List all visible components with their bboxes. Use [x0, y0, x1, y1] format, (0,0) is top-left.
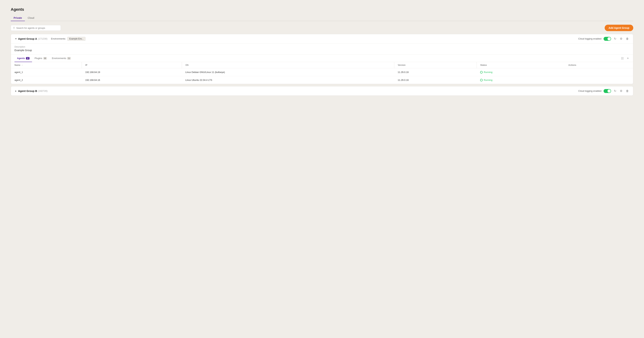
col-header-os: OS — [182, 62, 394, 68]
refresh-button-b[interactable]: ↻ — [613, 89, 617, 93]
collapse-group-a-button[interactable]: ▼ — [14, 37, 18, 40]
inner-tab-agents[interactable]: Agents 2 — [14, 55, 32, 62]
status-dot — [480, 79, 483, 81]
cloud-logging-toggle-a[interactable] — [604, 37, 611, 41]
inner-tabs: Agents 2 Plugins 0 Environments 1 ☷ + — [11, 54, 633, 62]
main-tabs: Private Cloud — [11, 15, 633, 21]
status-dot — [480, 71, 483, 74]
cloud-logging-label-a: Cloud logging enabled — [578, 38, 602, 40]
agent-1-version: 11.29.0.16 — [394, 68, 476, 76]
agent-1-name: agent_1 — [11, 68, 82, 76]
settings-button-a[interactable]: ⚙ — [619, 37, 623, 41]
agent-1-status: Running — [476, 68, 565, 76]
search-input[interactable] — [16, 27, 58, 29]
agent-1-actions — [565, 68, 633, 76]
agent-group-a-id: (171230) — [38, 38, 48, 40]
col-header-version: Version — [394, 62, 476, 68]
agent-group-b-actions: Cloud logging enabled ↻ ⚙ 🗑 — [578, 89, 630, 93]
agent-2-name: agent_2 — [11, 76, 82, 84]
plugins-count-badge: 0 — [43, 57, 47, 60]
agent-2-os: Linux Ubuntu 22.04.4 LTS — [182, 76, 394, 84]
environments-label: Environments: — [51, 38, 66, 40]
agent-group-a-name: Agent Group A — [18, 37, 37, 40]
agent-group-card-a: ▼ Agent Group A (171230) Environments: E… — [11, 34, 633, 84]
agent-2-actions — [565, 76, 633, 84]
description-value: Example Group — [14, 49, 630, 52]
agents-table: Name ↑ IP OS Version Status Actions — [11, 62, 633, 84]
cloud-logging-toggle-b[interactable] — [604, 89, 611, 93]
col-header-status: Status — [476, 62, 565, 68]
add-agent-button[interactable]: + — [626, 56, 630, 61]
agent-group-b-header: ► Agent Group B (192720) Cloud logging e… — [11, 86, 633, 96]
agent-group-a-actions: Cloud logging enabled ↻ ⚙ 🗑 — [578, 37, 630, 41]
agent-1-os: Linux Debian GNU/Linux 11 (bullseye) — [182, 68, 394, 76]
delete-button-a[interactable]: 🗑 — [625, 37, 630, 41]
environments-count-badge: 1 — [67, 57, 71, 60]
agent-group-card-b: ► Agent Group B (192720) Cloud logging e… — [11, 86, 633, 96]
toolbar: ⚲ Add Agent Group — [11, 25, 633, 31]
col-header-name[interactable]: Name ↑ — [11, 62, 82, 68]
columns-button[interactable]: ☷ — [620, 56, 624, 60]
refresh-button-a[interactable]: ↻ — [613, 37, 617, 41]
agent-group-b-name: Agent Group B — [18, 90, 37, 92]
environment-badge[interactable]: Example Env... — [67, 37, 86, 41]
agent-2-version: 11.29.0.16 — [394, 76, 476, 84]
settings-button-b[interactable]: ⚙ — [619, 89, 623, 93]
search-icon: ⚲ — [13, 26, 15, 29]
delete-button-b[interactable]: 🗑 — [625, 89, 630, 93]
table-row: agent_1 192.168.64.19 Linux Debian GNU/L… — [11, 68, 633, 76]
table-row: agent_2 192.168.64.16 Linux Ubuntu 22.04… — [11, 76, 633, 84]
agent-group-a-header: ▼ Agent Group A (171230) Environments: E… — [11, 34, 633, 44]
tab-cloud[interactable]: Cloud — [25, 15, 37, 21]
page-title: Agents — [11, 7, 633, 12]
col-header-actions: Actions — [565, 62, 633, 68]
tab-private[interactable]: Private — [11, 15, 25, 21]
add-agent-group-button[interactable]: Add Agent Group — [605, 25, 633, 31]
description-section: Description Example Group — [11, 44, 633, 54]
expand-group-b-button[interactable]: ► — [14, 90, 18, 93]
agent-1-ip: 192.168.64.19 — [82, 68, 182, 76]
col-header-ip: IP — [82, 62, 182, 68]
agents-count-badge: 2 — [26, 57, 30, 60]
agent-2-ip: 192.168.64.16 — [82, 76, 182, 84]
cloud-logging-label-b: Cloud logging enabled — [578, 90, 602, 92]
agent-2-status: Running — [476, 76, 565, 84]
agent-group-b-id: (192720) — [38, 90, 48, 92]
search-box: ⚲ — [11, 25, 61, 31]
sort-arrow-name: ↑ — [22, 64, 23, 66]
description-label: Description — [14, 46, 630, 48]
inner-tab-environments[interactable]: Environments 1 — [49, 55, 73, 62]
inner-tab-actions: ☷ + — [620, 56, 630, 61]
inner-tab-plugins[interactable]: Plugins 0 — [32, 55, 49, 62]
